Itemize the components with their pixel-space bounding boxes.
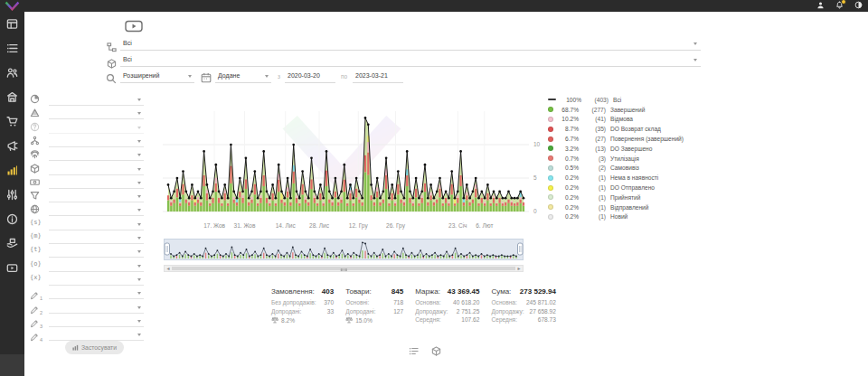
sidebar-item-store[interactable] (0, 85, 24, 109)
chevron-down-icon (137, 195, 141, 198)
legend-count: (3) (582, 155, 606, 162)
legend-item[interactable]: 0.2%(1)Новий (548, 212, 703, 222)
sidebar-item-cart[interactable] (0, 109, 24, 134)
structure-icon (30, 136, 40, 146)
filter-select-custom-3[interactable] (49, 315, 144, 327)
filter-row-utm-campaign: {x} (30, 274, 144, 287)
package-view-icon[interactable] (431, 346, 441, 356)
funnel-icon (30, 191, 40, 201)
legend-item[interactable]: 68.7%(277)Завершений (548, 105, 703, 115)
legend-item[interactable]: 0.7%(3)Утилізація (548, 154, 703, 164)
date-to-input[interactable]: 2023-03-21 (353, 70, 403, 83)
legend-count: (1) (582, 174, 606, 181)
sidebar-item-statistics[interactable] (0, 158, 24, 183)
products-filter[interactable]: Всі (120, 54, 701, 67)
video-help-button[interactable] (125, 20, 143, 33)
legend-percent: 0.2% (557, 174, 579, 181)
legend-item[interactable]: 8.7%(35)DO Возврат склад (548, 124, 703, 134)
sidebar-item-info[interactable] (0, 207, 24, 231)
search-mode-select[interactable]: Розширений (120, 70, 194, 83)
filter-select-utm-term[interactable] (49, 246, 144, 258)
sidebar-item-orders[interactable] (0, 36, 24, 61)
scrollbar-thumb[interactable] (172, 267, 515, 270)
legend-swatch (548, 155, 553, 161)
filter-select-product[interactable] (49, 164, 144, 175)
date-field-select[interactable]: Додане (215, 70, 271, 83)
filter-select-stage[interactable] (49, 108, 144, 119)
legend-item[interactable]: 10.2%(41)Відмова (548, 115, 703, 125)
chevron-down-icon (137, 306, 141, 309)
orders-chart[interactable] (163, 93, 529, 213)
legend-percent: 8.7% (557, 126, 579, 132)
chevron-down-icon (188, 75, 192, 78)
legend-item[interactable]: 0.2%(1)Прийнятий (548, 193, 703, 202)
sidebar-item-customers[interactable] (0, 61, 24, 85)
filter-row-status (30, 94, 144, 107)
legend-item[interactable]: 100%(403)Всі (548, 95, 703, 105)
legend-item[interactable]: 0.2%(1)Нема в наявності (548, 173, 703, 183)
date-to-value: 2023-03-21 (355, 72, 388, 79)
filter-select-utm-source[interactable] (49, 219, 144, 230)
filter-select-geo[interactable] (49, 204, 144, 216)
stat-value: 43 369.45 (448, 287, 480, 296)
filter-select-help[interactable] (49, 122, 144, 134)
bell-icon[interactable] (835, 1, 844, 9)
orders-chart-svg (163, 93, 529, 213)
sidebar-item-shipping[interactable] (0, 231, 24, 256)
pencil-index: 1 (40, 296, 42, 301)
filter-select-utm-content[interactable] (49, 260, 144, 272)
date-from-input[interactable]: 2020-03-20 (285, 70, 335, 83)
legend-label: Завершений (610, 107, 645, 113)
filter-select-status[interactable] (49, 94, 144, 106)
filter-select-identity[interactable] (49, 149, 144, 161)
y-axis-label: 5 (533, 174, 537, 181)
list-view-icon[interactable] (409, 346, 419, 356)
legend-item[interactable]: 6.7%(27)Повернення (завершений) (548, 134, 703, 144)
scrollbar-right-arrow[interactable]: ▸ (515, 266, 523, 271)
filter-select-custom-2[interactable] (49, 302, 144, 314)
filter-row-utm-medium: {m} (30, 232, 144, 245)
filter-select-utm-campaign[interactable] (49, 274, 144, 286)
x-axis-label: 26. Гру (386, 222, 405, 229)
legend-percent: 0.2% (557, 184, 579, 191)
filter-select-custom-1[interactable] (49, 287, 144, 299)
sidebar-item-marketing[interactable] (0, 134, 24, 158)
identity-icon (30, 149, 40, 159)
projects-filter[interactable]: Всі (120, 38, 701, 51)
app-logo-icon[interactable] (5, 1, 20, 11)
apply-button[interactable]: Застосувати (65, 341, 124, 354)
chevron-down-icon (693, 59, 697, 61)
legend-item[interactable]: 0.5%(2)Самовивіз (548, 164, 703, 174)
filter-select-payment[interactable] (49, 177, 144, 189)
legend-label: Повернення (завершений) (610, 136, 684, 142)
chevron-down-icon (137, 265, 141, 268)
shipping-icon (6, 238, 18, 249)
legend-percent: 0.5% (557, 164, 579, 171)
theme-icon[interactable] (854, 1, 863, 9)
sidebar-item-video[interactable] (0, 256, 24, 280)
sidebar-footer[interactable] (0, 354, 24, 376)
chevron-down-icon (137, 154, 141, 156)
filter-select-custom-4[interactable] (49, 329, 144, 341)
legend-item[interactable]: 3.2%(13)DO Завершено (548, 144, 703, 154)
legend-percent: 0.7% (557, 155, 579, 162)
brace-o-icon: {o} (30, 260, 42, 268)
legend-item[interactable]: 0.2%(1)Відправлений (548, 202, 703, 212)
chart-minimap[interactable] (164, 239, 524, 263)
brace-m-icon: {m} (30, 232, 42, 240)
stat-row: Основна:40 618.20 (415, 299, 479, 306)
sidebar-item-settings[interactable] (0, 183, 24, 207)
sidebar-item-dashboard[interactable] (0, 12, 24, 36)
minimap-scrollbar[interactable]: ◂ ▸ (164, 265, 524, 272)
legend-count: (41) (582, 116, 606, 122)
filter-select-structure[interactable] (49, 136, 144, 147)
statistics-icon (6, 164, 18, 176)
scrollbar-left-arrow[interactable]: ◂ (165, 266, 172, 271)
user-icon[interactable] (816, 1, 825, 9)
date-field-value: Додане (218, 72, 240, 79)
filter-select-funnel[interactable] (49, 191, 144, 202)
legend-item[interactable]: 0.2%(1)DO Отправлено (548, 183, 703, 193)
date-from-value: 2020-03-20 (288, 72, 320, 79)
pencil-index: 3 (40, 324, 42, 329)
filter-select-utm-medium[interactable] (49, 232, 144, 244)
